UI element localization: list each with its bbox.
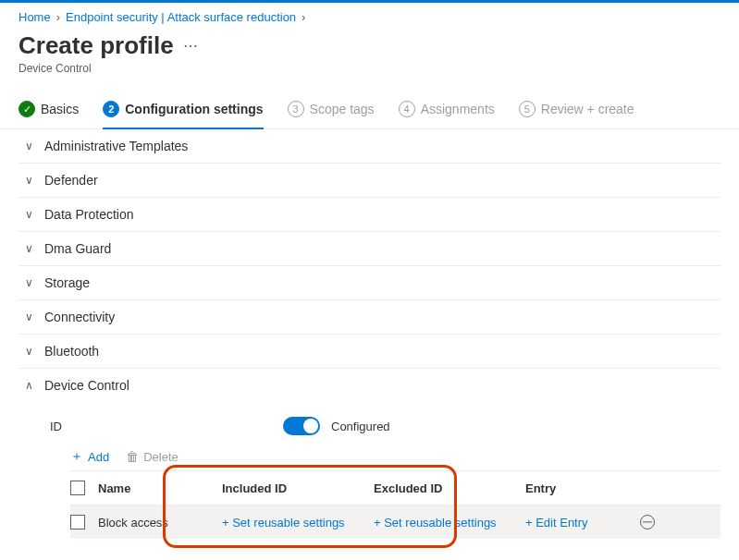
page-title: Create profile bbox=[18, 31, 174, 60]
step-number-icon: 3 bbox=[288, 101, 304, 117]
delete-button[interactable]: 🗑 Delete bbox=[126, 449, 179, 464]
select-all-checkbox[interactable] bbox=[70, 481, 85, 495]
delete-label: Delete bbox=[143, 450, 179, 464]
wizard-steps: ✓ Basics 2 Configuration settings 3 Scop… bbox=[0, 91, 739, 129]
section-administrative-templates[interactable]: ∨ Administrative Templates bbox=[18, 129, 721, 164]
step-label: Review + create bbox=[541, 102, 634, 116]
section-dma-guard[interactable]: ∨ Dma Guard bbox=[18, 232, 721, 266]
step-number-icon: 4 bbox=[399, 101, 415, 117]
toggle-state-label: Configured bbox=[331, 420, 390, 433]
step-configuration-settings[interactable]: 2 Configuration settings bbox=[103, 91, 263, 128]
row-checkbox[interactable] bbox=[70, 515, 85, 530]
step-label: Scope tags bbox=[310, 102, 375, 116]
section-label: Storage bbox=[44, 275, 90, 290]
col-entry: Entry bbox=[525, 481, 636, 495]
page-subtitle: Device Control bbox=[0, 60, 739, 91]
section-device-control[interactable]: ∧ Device Control bbox=[18, 369, 721, 402]
step-number-icon: 5 bbox=[519, 101, 536, 117]
step-label: Assignments bbox=[421, 102, 495, 116]
section-storage[interactable]: ∨ Storage bbox=[18, 266, 721, 300]
section-bluetooth[interactable]: ∨ Bluetooth bbox=[18, 335, 721, 369]
section-connectivity[interactable]: ∨ Connectivity bbox=[18, 300, 721, 335]
remove-row-icon[interactable] bbox=[640, 515, 655, 530]
trash-icon: 🗑 bbox=[126, 449, 139, 464]
excluded-id-link[interactable]: + Set reusable settings bbox=[374, 516, 522, 530]
col-name: Name bbox=[98, 481, 218, 495]
chevron-up-icon: ∧ bbox=[22, 379, 35, 392]
section-data-protection[interactable]: ∨ Data Protection bbox=[18, 198, 721, 232]
breadcrumb-home[interactable]: Home bbox=[18, 10, 51, 24]
configured-toggle[interactable] bbox=[283, 417, 320, 435]
table-header: Name Included ID Excluded ID Entry bbox=[70, 470, 721, 505]
chevron-down-icon: ∨ bbox=[22, 140, 35, 152]
step-scope-tags[interactable]: 3 Scope tags bbox=[288, 91, 375, 128]
included-id-link[interactable]: + Set reusable settings bbox=[222, 516, 370, 530]
section-defender[interactable]: ∨ Defender bbox=[18, 164, 721, 198]
step-label: Basics bbox=[41, 102, 79, 116]
chevron-down-icon: ∨ bbox=[22, 276, 35, 289]
step-basics[interactable]: ✓ Basics bbox=[18, 91, 79, 128]
step-number-icon: 2 bbox=[103, 101, 119, 117]
plus-icon: ＋ bbox=[70, 448, 83, 465]
chevron-down-icon: ∨ bbox=[22, 345, 35, 358]
chevron-down-icon: ∨ bbox=[22, 174, 35, 187]
checkmark-icon: ✓ bbox=[18, 101, 35, 117]
section-label: Bluetooth bbox=[44, 344, 99, 359]
settings-accordion: ∨ Administrative Templates ∨ Defender ∨ … bbox=[0, 129, 739, 548]
section-label: Dma Guard bbox=[44, 241, 111, 256]
step-review-create[interactable]: 5 Review + create bbox=[519, 91, 634, 128]
step-label: Configuration settings bbox=[125, 102, 263, 116]
breadcrumb: Home › Endpoint security | Attack surfac… bbox=[0, 3, 739, 28]
step-assignments[interactable]: 4 Assignments bbox=[399, 91, 495, 128]
section-label: Data Protection bbox=[44, 207, 134, 222]
edit-entry-link[interactable]: + Edit Entry bbox=[525, 516, 636, 530]
section-label: Defender bbox=[44, 173, 98, 188]
table-row: Block access + Set reusable settings + S… bbox=[70, 505, 721, 539]
chevron-right-icon: › bbox=[302, 10, 305, 24]
col-included: Included ID bbox=[222, 481, 370, 495]
row-name: Block access bbox=[98, 516, 218, 530]
add-button[interactable]: ＋ Add bbox=[70, 448, 109, 465]
more-icon[interactable]: ⋯ bbox=[183, 39, 198, 54]
id-rules-table: Name Included ID Excluded ID Entry Block… bbox=[18, 470, 721, 539]
col-excluded: Excluded ID bbox=[374, 481, 522, 495]
chevron-down-icon: ∨ bbox=[22, 310, 35, 323]
chevron-down-icon: ∨ bbox=[22, 208, 35, 221]
chevron-right-icon: › bbox=[56, 10, 60, 24]
breadcrumb-section[interactable]: Endpoint security | Attack surface reduc… bbox=[66, 10, 296, 24]
add-label: Add bbox=[88, 450, 109, 464]
id-label: ID bbox=[50, 420, 272, 433]
device-control-body: ID Configured ＋ Add 🗑 Delete Name Includ… bbox=[18, 402, 721, 548]
section-label: Connectivity bbox=[44, 310, 115, 324]
section-label: Administrative Templates bbox=[44, 139, 188, 153]
chevron-down-icon: ∨ bbox=[22, 242, 35, 255]
section-label: Device Control bbox=[44, 378, 129, 393]
